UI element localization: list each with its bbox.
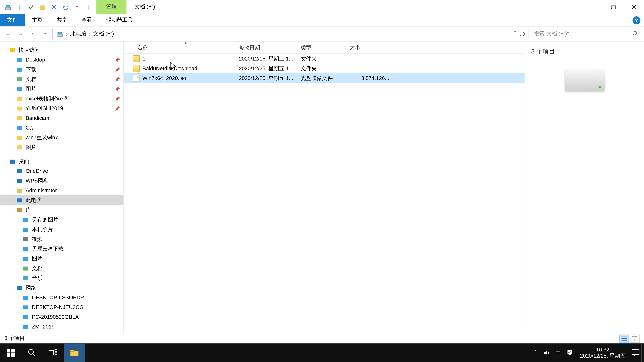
ribbon-expand-icon[interactable]: ˅ [627, 17, 630, 23]
tree-item[interactable]: YUNQISHI2019📌 [0, 103, 124, 113]
tree-item[interactable]: 音乐 [0, 273, 124, 283]
help-icon[interactable]: ? [632, 16, 640, 24]
tab-view[interactable]: 查看 [74, 14, 99, 26]
view-details-button[interactable] [619, 334, 629, 342]
minimize-button[interactable] [583, 0, 603, 14]
col-size[interactable]: 大小 [350, 41, 389, 54]
file-row[interactable]: 12020/12/15, 星期二 1...文件夹 [124, 54, 524, 64]
tab-drive-tools[interactable]: 驱动器工具 [99, 14, 140, 26]
qat-dropdown-icon[interactable]: ▾ [72, 2, 82, 11]
col-name[interactable]: 名称 [137, 41, 234, 54]
tree-item[interactable]: 图片📌 [0, 84, 124, 94]
taskbar-clock[interactable]: 16:32 2020/12/25, 星期五 [576, 347, 630, 359]
address-bar[interactable]: › 此电脑 › 文档 (E:) › ˅ [52, 28, 529, 39]
view-icons-button[interactable] [630, 334, 640, 342]
folder-icon [16, 105, 23, 112]
tree-item[interactable]: 天翼云盘下载 [0, 244, 124, 254]
tree-item-label: WPS网盘 [26, 177, 48, 185]
tree-item[interactable]: 库 [0, 205, 124, 215]
svg-rect-61 [70, 351, 78, 356]
start-button[interactable] [0, 344, 21, 362]
tree-item[interactable]: WPS网盘 [0, 176, 124, 186]
pin-icon: 📌 [114, 96, 120, 101]
tree-item[interactable]: 保存的图片 [0, 215, 124, 225]
tree-item[interactable]: DESKTOP-NJEU3CG [0, 302, 124, 312]
back-button[interactable]: ← [3, 28, 13, 39]
refresh-icon[interactable] [519, 31, 525, 37]
tab-home[interactable]: 主页 [25, 14, 50, 26]
tree-item[interactable]: 快速访问 [0, 45, 124, 55]
file-rows[interactable]: 12020/12/15, 星期二 1...文件夹BaiduNetdiskDown… [124, 54, 524, 333]
tree-item[interactable]: 图片 [0, 142, 124, 152]
pin-icon: 📌 [114, 77, 120, 82]
tree-item[interactable]: Bandicam [0, 113, 124, 123]
tree-item[interactable]: excel表格制作求和📌 [0, 94, 124, 103]
breadcrumb-chevron-icon[interactable]: › [66, 31, 68, 37]
tree-item[interactable]: win7重装win7 [0, 133, 124, 142]
breadcrumb-chevron-icon[interactable]: › [89, 31, 91, 37]
tree-item[interactable]: 图片 [0, 254, 124, 264]
tree-item[interactable]: 桌面 [0, 157, 124, 166]
task-view-button[interactable] [42, 344, 64, 362]
search-icon[interactable] [632, 31, 638, 37]
search-input[interactable]: 搜索"文档 (E:)" [531, 28, 641, 39]
col-size-label: 大小 [350, 44, 360, 51]
file-row[interactable]: Win7x64_2020.iso2020/12/25, 星期五 1...光盘映像… [124, 73, 524, 83]
navigation-pane[interactable]: 快速访问Desktop📌下载📌文档📌图片📌excel表格制作求和📌YUNQISH… [0, 41, 124, 333]
address-dropdown-icon[interactable]: ˅ [514, 31, 516, 37]
tree-item[interactable]: Desktop📌 [0, 55, 124, 64]
svg-rect-50 [632, 339, 634, 341]
taskbar-explorer-button[interactable] [64, 344, 85, 362]
breadcrumb-pc-icon[interactable] [54, 30, 65, 37]
context-tab-manage[interactable]: 管理 [96, 0, 126, 14]
maximize-button[interactable] [603, 0, 624, 14]
tree-item-label: 本机照片 [32, 226, 53, 233]
tree-item[interactable]: 控制面板 [0, 332, 124, 333]
col-date[interactable]: 修改日期 [239, 41, 301, 54]
tree-item[interactable]: G:\ [0, 123, 124, 133]
tree-item-label: DESKTOP-NJEU3CG [32, 304, 84, 310]
tab-file[interactable]: 文件 [0, 14, 25, 26]
svg-rect-14 [17, 68, 22, 72]
tree-item[interactable]: DESKTOP-LSSOEDP [0, 293, 124, 302]
tray-chevron-icon[interactable]: ˄ [530, 344, 541, 362]
volume-icon[interactable] [541, 344, 552, 362]
file-row[interactable]: BaiduNetdiskDownload2020/12/25, 星期五 1...… [124, 64, 524, 73]
tree-item[interactable]: PC-20190530OBLA [0, 312, 124, 322]
tree-item-label: 库 [26, 206, 31, 214]
status-bar: 3 个项目 [0, 333, 644, 344]
svg-rect-54 [7, 353, 10, 357]
tree-item[interactable]: 下载📌 [0, 64, 124, 74]
tree-item[interactable]: 此电脑 [0, 195, 124, 205]
tree-item[interactable]: Administrator [0, 186, 124, 195]
up-button[interactable]: ↑ [40, 28, 50, 39]
tree-item-label: OneDrive [26, 168, 48, 174]
show-desktop-button[interactable] [641, 344, 644, 362]
forward-button[interactable]: → [15, 28, 26, 39]
tree-item[interactable]: 文档 [0, 264, 124, 273]
tree-item[interactable]: 视频 [0, 234, 124, 244]
new-folder-icon[interactable] [38, 2, 47, 11]
tree-item[interactable]: ZMT2019 [0, 322, 124, 332]
svg-rect-33 [23, 257, 28, 261]
recent-dropdown-icon[interactable]: ▾ [28, 28, 38, 39]
search-button[interactable] [21, 344, 42, 362]
tree-item[interactable]: 本机照片 [0, 225, 124, 234]
breadcrumb-chevron-icon[interactable]: › [116, 31, 118, 37]
delete-icon[interactable]: ✕ [50, 2, 58, 11]
properties-icon[interactable] [26, 2, 36, 11]
undo-icon[interactable] [61, 2, 70, 11]
pic-icon [22, 255, 29, 262]
col-type[interactable]: 类型 [301, 41, 349, 54]
close-button[interactable] [624, 0, 644, 14]
ime-indicator[interactable]: 中 [552, 344, 564, 362]
breadcrumb-seg-drive[interactable]: 文档 (E:) [92, 30, 116, 37]
tab-share[interactable]: 共享 [50, 14, 74, 26]
tree-item[interactable]: OneDrive [0, 166, 124, 176]
breadcrumb-seg-pc[interactable]: 此电脑 [68, 30, 88, 37]
tree-item[interactable]: 网络 [0, 283, 124, 293]
svg-rect-38 [23, 305, 28, 309]
action-center-icon[interactable] [630, 344, 642, 362]
security-icon[interactable] [564, 344, 576, 362]
tree-item[interactable]: 文档📌 [0, 74, 124, 84]
